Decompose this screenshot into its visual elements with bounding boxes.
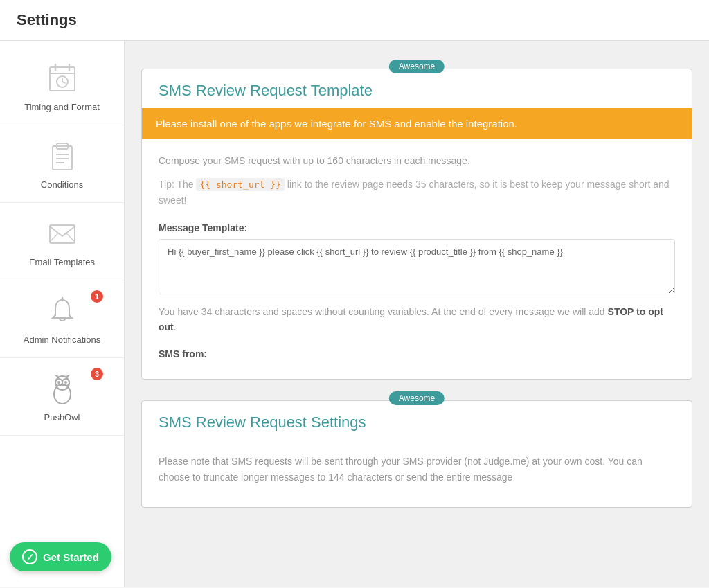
svg-point-20 xyxy=(57,381,60,384)
page-title: Settings xyxy=(17,11,77,28)
owl-icon xyxy=(44,371,80,407)
sms-template-card: Awesome SMS Review Request Template Plea… xyxy=(141,69,692,380)
sidebar-item-email-templates[interactable]: Email Templates xyxy=(0,203,124,280)
sidebar: Timing and Format Conditions xyxy=(0,41,125,587)
sidebar-item-email-templates-label: Email Templates xyxy=(29,257,95,267)
clock-icon xyxy=(44,60,80,96)
svg-rect-12 xyxy=(50,225,75,243)
sms-settings-card: Awesome SMS Review Request Settings Plea… xyxy=(141,400,692,508)
check-icon: ✓ xyxy=(22,549,37,564)
svg-point-21 xyxy=(64,381,67,384)
card-2-body: Please note that SMS requests will be se… xyxy=(142,440,692,507)
compose-hint: Compose your SMS request with up to 160 … xyxy=(159,153,675,168)
bell-icon xyxy=(44,293,80,329)
card-1-header: SMS Review Request Template xyxy=(142,69,692,108)
sms-from-label: SMS from: xyxy=(159,348,675,365)
settings-body-text: Please note that SMS requests will be se… xyxy=(159,454,675,485)
main-content: Awesome SMS Review Request Template Plea… xyxy=(125,41,709,587)
sidebar-item-timing-format-label: Timing and Format xyxy=(24,102,100,112)
tip-prefix: Tip: The xyxy=(159,179,196,190)
tip-code: {{ short_url }} xyxy=(196,178,284,191)
char-count-prefix: You have 34 characters and spaces withou… xyxy=(159,306,608,317)
awesome-badge-2: Awesome xyxy=(389,391,445,405)
sidebar-item-admin-notifications-label: Admin Notifications xyxy=(24,335,100,345)
clipboard-icon xyxy=(44,138,80,174)
admin-notifications-badge: 1 xyxy=(91,290,103,303)
message-label: Message Template: xyxy=(159,222,675,233)
card-1-title: SMS Review Request Template xyxy=(159,82,675,100)
warning-banner: Please install one of the apps we integr… xyxy=(142,108,692,139)
char-count-suffix: . xyxy=(174,321,177,332)
svg-line-14 xyxy=(66,233,75,242)
pushowl-badge: 3 xyxy=(91,368,103,380)
message-textarea[interactable]: Hi {{ buyer_first_name }} please click {… xyxy=(159,239,675,294)
get-started-label: Get Started xyxy=(43,551,99,563)
sidebar-item-admin-notifications[interactable]: 1 Admin Notifications xyxy=(0,280,124,358)
sidebar-item-conditions-label: Conditions xyxy=(41,179,83,190)
sidebar-item-pushowl-label: PushOwl xyxy=(44,412,80,422)
svg-line-13 xyxy=(50,233,58,242)
card-2-title: SMS Review Request Settings xyxy=(159,413,675,431)
layout: Timing and Format Conditions xyxy=(0,41,709,587)
card-1-body: Compose your SMS request with up to 160 … xyxy=(142,139,692,379)
char-count-text: You have 34 characters and spaces withou… xyxy=(159,304,675,335)
awesome-badge-1: Awesome xyxy=(389,60,445,73)
card-2-header: SMS Review Request Settings xyxy=(142,401,692,440)
header: Settings xyxy=(0,0,709,41)
envelope-icon xyxy=(44,215,80,251)
sidebar-item-timing-format[interactable]: Timing and Format xyxy=(0,48,124,125)
get-started-button[interactable]: ✓ Get Started xyxy=(10,542,111,571)
sidebar-item-conditions[interactable]: Conditions xyxy=(0,125,124,203)
sidebar-item-pushowl[interactable]: 3 PushOwl xyxy=(0,358,124,436)
tip-text: Tip: The {{ short_url }} link to the rev… xyxy=(159,177,675,208)
svg-line-6 xyxy=(62,82,65,83)
